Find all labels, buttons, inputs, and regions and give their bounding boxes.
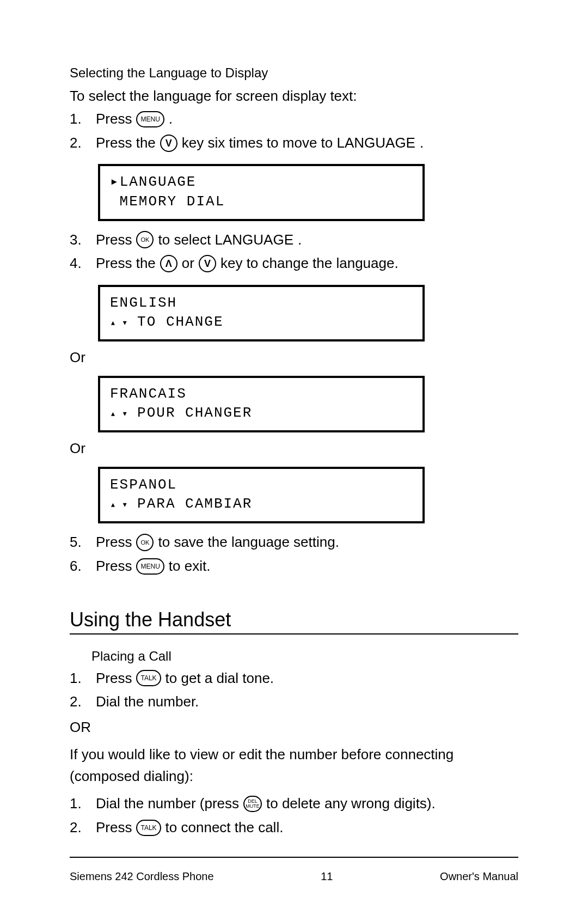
talk-button-icon: TALK (136, 820, 161, 836)
lcd-line: ESPANOL (110, 475, 413, 495)
step-number: 1. (70, 667, 91, 690)
down-arrow-button-icon: V (160, 135, 177, 152)
ok-button-icon: OK (136, 231, 154, 248)
lcd-line: ▴ ▾ POUR CHANGER (110, 404, 413, 423)
up-down-arrows-icon: ▴ ▾ (110, 407, 127, 420)
step-text: Press the (96, 132, 156, 155)
step-number: 2. (70, 132, 91, 155)
step-text: key to change the language. (220, 252, 399, 275)
step-1: 1. Press MENU . (70, 108, 518, 131)
lcd-display: ENGLISH ▴ ▾ TO CHANGE (98, 285, 425, 341)
lcd-text: POUR CHANGER (127, 405, 252, 421)
del-mute-button-icon: DEL MUTE (243, 796, 262, 812)
step-text: . (420, 132, 424, 155)
button-label-bottom: MUTE (246, 804, 260, 809)
step-text: Dial the number (press (96, 792, 239, 815)
footer-page-number: 11 (321, 870, 333, 883)
composed-dialing-intro: If you would like to view or edit the nu… (70, 743, 518, 788)
footer-product-name: Siemens 242 Cordless Phone (70, 870, 214, 883)
step-text: to select LANGUAGE (158, 229, 293, 252)
step-text: Press the (96, 252, 156, 275)
step-number: 4. (70, 252, 91, 275)
lcd-line: ▴ ▾ PARA CAMBIAR (110, 495, 413, 514)
divider (70, 633, 518, 635)
step-3: 3. Press OK to select LANGUAGE . (70, 229, 518, 252)
manual-page: Selecting the Language to Display To sel… (0, 0, 588, 909)
step-number: 3. (70, 229, 91, 252)
composed-step-1: 1. Dial the number (press DEL MUTE to de… (70, 792, 518, 815)
step-text: . (298, 229, 302, 252)
step-1: 1. Press TALK to get a dial tone. (70, 667, 518, 690)
up-down-arrows-icon: ▴ ▾ (110, 316, 127, 330)
step-2: 2. Dial the number. (70, 691, 518, 713)
step-text: . (169, 108, 173, 131)
step-text: Press (96, 229, 132, 252)
step-text: to connect the call. (166, 816, 284, 839)
lcd-line: ▸LANGUAGE (110, 173, 413, 192)
lcd-text: TO CHANGE (127, 314, 223, 330)
lcd-display: FRANCAIS ▴ ▾ POUR CHANGER (98, 376, 425, 432)
ok-button-icon: OK (136, 534, 154, 551)
step-text: to exit. (169, 555, 211, 578)
up-down-arrows-icon: ▴ ▾ (110, 498, 127, 511)
menu-button-icon: MENU (136, 111, 164, 127)
down-arrow-button-icon: V (199, 255, 216, 272)
lcd-line: ENGLISH (110, 294, 413, 313)
step-number: 2. (70, 816, 91, 839)
footer-doc-title: Owner's Manual (440, 870, 518, 883)
step-text: to delete any wrong digits). (266, 792, 436, 815)
menu-button-icon: MENU (136, 558, 164, 575)
step-2: 2. Press the V key six times to move to … (70, 132, 518, 155)
step-text: key six times to move to LANGUAGE (182, 132, 415, 155)
lcd-display: ▸LANGUAGE MEMORY DIAL (98, 164, 425, 221)
step-text: to get a dial tone. (166, 667, 274, 690)
section-subheading-language: Selecting the Language to Display (70, 65, 518, 81)
step-6: 6. Press MENU to exit. (70, 555, 518, 578)
footer-divider (70, 857, 518, 858)
talk-button-icon: TALK (136, 670, 161, 686)
lcd-line: FRANCAIS (110, 385, 413, 404)
step-5: 5. Press OK to save the language setting… (70, 531, 518, 554)
step-number: 1. (70, 792, 91, 815)
or-label: OR (70, 719, 518, 736)
page-footer: Siemens 242 Cordless Phone 11 Owner's Ma… (70, 870, 518, 883)
composed-step-2: 2. Press TALK to connect the call. (70, 816, 518, 839)
step-text: Dial the number. (96, 691, 199, 713)
section-heading: Using the Handset (70, 608, 518, 631)
step-text: Press (96, 531, 132, 554)
step-number: 6. (70, 555, 91, 578)
up-arrow-button-icon: Λ (160, 255, 177, 272)
lcd-line: MEMORY DIAL (110, 192, 413, 211)
step-text: Press (96, 816, 132, 839)
lcd-display: ESPANOL ▴ ▾ PARA CAMBIAR (98, 467, 425, 523)
lcd-text: PARA CAMBIAR (127, 496, 252, 512)
lcd-line: ▴ ▾ TO CHANGE (110, 313, 413, 332)
step-number: 2. (70, 691, 91, 713)
step-number: 1. (70, 108, 91, 131)
or-label: Or (70, 349, 518, 366)
step-number: 5. (70, 531, 91, 554)
step-text: or (182, 252, 194, 275)
section-subheading-placing-call: Placing a Call (91, 649, 518, 664)
step-text: Press (96, 108, 132, 131)
step-text: to save the language setting. (158, 531, 339, 554)
step-text: Press (96, 555, 132, 578)
intro-text: To select the language for screen displa… (70, 85, 518, 107)
or-label: Or (70, 440, 518, 457)
step-text: Press (96, 667, 132, 690)
step-4: 4. Press the Λ or V key to change the la… (70, 252, 518, 275)
